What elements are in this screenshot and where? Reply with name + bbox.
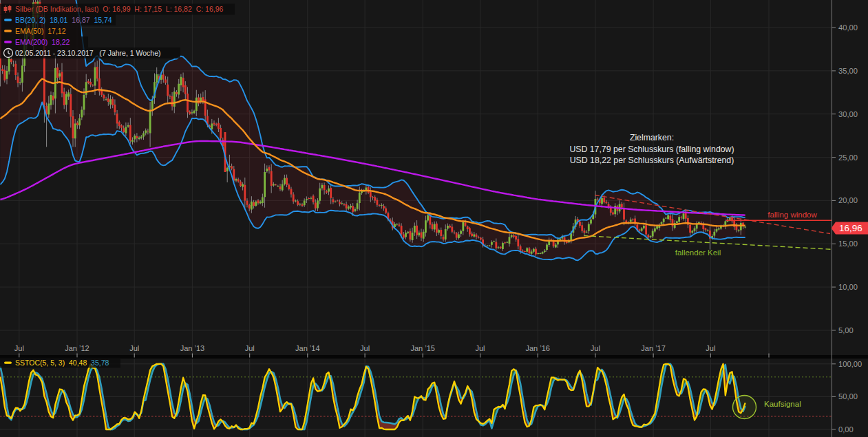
svg-text:BB(20, 2) 18,01 16,87 15,74: BB(20, 2) 18,01 16,87 15,74 [15, 16, 112, 24]
svg-text:Jan ’17: Jan ’17 [641, 344, 665, 352]
svg-text:EMA(200) 18,22: EMA(200) 18,22 [15, 38, 70, 46]
svg-text:50,00: 50,00 [838, 392, 858, 401]
svg-text:Zielmarken:: Zielmarken: [630, 133, 674, 142]
svg-text:Jul: Jul [14, 344, 24, 352]
svg-text:Jul: Jul [245, 344, 255, 352]
svg-text:35,00: 35,00 [838, 67, 858, 75]
svg-text:SSTOC(5, 5, 3) 40,48 35,78: SSTOC(5, 5, 3) 40,48 35,78 [15, 359, 109, 367]
svg-text:USD 17,79 per Schlusskurs (fal: USD 17,79 per Schlusskurs (falling windo… [569, 145, 734, 154]
svg-text:fallender Keil: fallender Keil [675, 248, 721, 257]
svg-text:Kaufsignal: Kaufsignal [764, 400, 801, 408]
svg-text:16,96: 16,96 [839, 223, 862, 233]
svg-text:Jan ’14: Jan ’14 [295, 344, 319, 352]
svg-text:Jul: Jul [706, 344, 715, 352]
svg-text:EMA(50) 17,12: EMA(50) 17,12 [15, 27, 66, 35]
svg-text:Silber (DB Indikation, last): Silber (DB Indikation, last) O: 16,99 H:… [15, 5, 223, 13]
svg-text:5,00: 5,00 [838, 326, 854, 334]
svg-text:Jul: Jul [129, 344, 139, 352]
svg-text:25,00: 25,00 [838, 153, 858, 162]
svg-text:15,00: 15,00 [838, 239, 858, 248]
svg-text:100,00: 100,00 [838, 360, 862, 368]
svg-text:Jul: Jul [591, 344, 600, 352]
svg-text:30,00: 30,00 [838, 110, 858, 118]
svg-text:Jul: Jul [360, 344, 370, 352]
svg-text:10,00: 10,00 [838, 283, 858, 291]
svg-text:Jan ’13: Jan ’13 [180, 344, 204, 352]
svg-text:falling window: falling window [768, 211, 817, 219]
svg-text:02.05.2011 - 23.10.2017 (7 J: 02.05.2011 - 23.10.2017 (7 Jahre, 1 Woch… [15, 49, 161, 57]
svg-text:USD 18,22 per Schlusskurs (Auf: USD 18,22 per Schlusskurs (Aufwärtstrend… [570, 156, 734, 165]
svg-text:Jan ’12: Jan ’12 [65, 344, 89, 352]
svg-text:20,00: 20,00 [838, 196, 858, 204]
svg-text:40,00: 40,00 [838, 23, 858, 32]
svg-text:Jan ’15: Jan ’15 [410, 344, 434, 352]
svg-text:Jul: Jul [475, 344, 485, 352]
svg-text:Jan ’16: Jan ’16 [525, 344, 549, 352]
svg-text:0,00: 0,00 [838, 425, 854, 434]
